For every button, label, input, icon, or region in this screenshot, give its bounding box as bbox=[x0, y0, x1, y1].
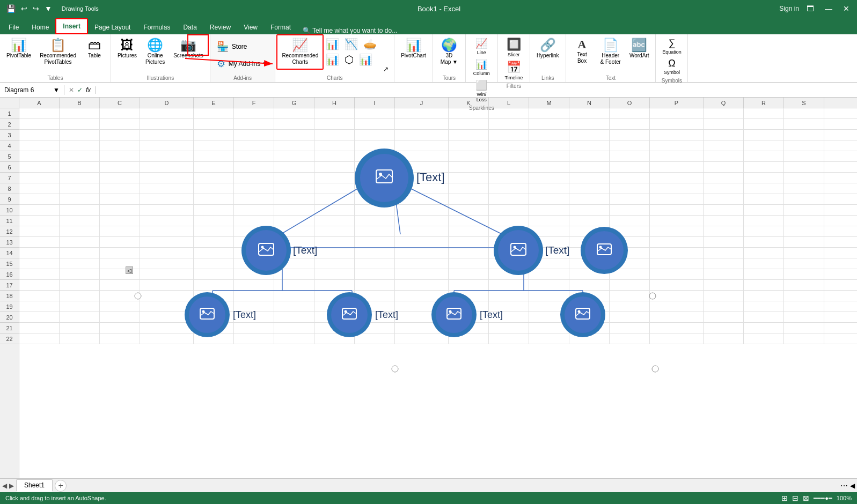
my-addins-button[interactable]: ⚙ My Add-ins ▼ bbox=[214, 56, 272, 71]
col-header-p[interactable]: P bbox=[650, 98, 704, 108]
col-header-r[interactable]: R bbox=[744, 98, 784, 108]
row-header-6[interactable]: 6 bbox=[0, 162, 19, 173]
col-header-q[interactable]: Q bbox=[704, 98, 744, 108]
line-chart-button[interactable]: 📉 bbox=[342, 36, 360, 51]
winloss-sparkline-button[interactable]: ⬜ Win/Loss bbox=[471, 78, 492, 105]
name-box[interactable]: Diagram 6 ▼ bbox=[0, 85, 64, 95]
row-header-13[interactable]: 13 bbox=[0, 237, 19, 248]
scroll-options-icon[interactable]: ⋯ bbox=[840, 481, 848, 490]
column-chart-button[interactable]: 📊 bbox=[324, 36, 341, 51]
cancel-formula-icon[interactable]: ✕ bbox=[69, 86, 74, 94]
scroll-sheets-right[interactable]: ▶ bbox=[9, 482, 14, 490]
row-header-3[interactable]: 3 bbox=[0, 130, 19, 140]
scroll-sheets-left[interactable]: ◀ bbox=[2, 482, 7, 490]
pictures-button[interactable]: 🖼 Pictures bbox=[114, 36, 140, 61]
scroll-left-icon[interactable]: ◀ bbox=[850, 482, 855, 490]
node-right1-inner[interactable] bbox=[585, 231, 624, 270]
col-header-o[interactable]: O bbox=[610, 98, 650, 108]
col-header-e[interactable]: E bbox=[194, 98, 234, 108]
col-header-l[interactable]: L bbox=[489, 98, 529, 108]
row-header-22[interactable]: 22 bbox=[0, 333, 19, 344]
confirm-formula-icon[interactable]: ✓ bbox=[77, 86, 83, 94]
restore-icon[interactable]: 🗖 bbox=[803, 3, 817, 14]
col-header-b[interactable]: B bbox=[60, 98, 100, 108]
screenshots-button[interactable]: 📷 Screenshots bbox=[170, 36, 207, 61]
row-header-16[interactable]: 16 bbox=[0, 269, 19, 280]
tab-data[interactable]: Data bbox=[177, 20, 203, 34]
scatter-chart-button[interactable]: ⬡ bbox=[342, 52, 356, 67]
row-header-4[interactable]: 4 bbox=[0, 140, 19, 151]
symbol-button[interactable]: Ω Symbol bbox=[660, 57, 684, 77]
col-header-s[interactable]: S bbox=[784, 98, 824, 108]
row-header-18[interactable]: 18 bbox=[0, 291, 19, 301]
slicer-button[interactable]: 🔲 Slicer bbox=[503, 36, 525, 59]
redo-icon[interactable]: ↪ bbox=[31, 3, 41, 14]
select-all-button[interactable] bbox=[0, 98, 19, 108]
tab-home[interactable]: Home bbox=[25, 20, 55, 34]
row-header-11[interactable]: 11 bbox=[0, 216, 19, 226]
col-header-m[interactable]: M bbox=[529, 98, 569, 108]
add-sheet-button[interactable]: + bbox=[55, 480, 67, 492]
online-pictures-button[interactable]: 🌐 OnlinePictures bbox=[142, 36, 168, 68]
pivotchart-button[interactable]: 📊 PivotChart bbox=[398, 36, 429, 61]
insert-function-icon[interactable]: fx bbox=[86, 86, 91, 94]
node-bot1-inner[interactable] bbox=[189, 297, 225, 333]
header-footer-button[interactable]: 📄 Header& Footer bbox=[597, 36, 624, 68]
tab-insert[interactable]: Insert bbox=[55, 18, 88, 34]
col-header-h[interactable]: H bbox=[314, 98, 355, 108]
row-header-14[interactable]: 14 bbox=[0, 248, 19, 258]
row-header-21[interactable]: 21 bbox=[0, 323, 19, 333]
diagram-collapse-handle[interactable]: ◁ bbox=[126, 266, 133, 274]
col-header-f[interactable]: F bbox=[234, 98, 274, 108]
tab-formulas[interactable]: Formulas bbox=[137, 20, 177, 34]
timeline-button[interactable]: 📅 Timeline bbox=[503, 60, 525, 82]
col-header-c[interactable]: C bbox=[100, 98, 140, 108]
col-header-g[interactable]: G bbox=[274, 98, 314, 108]
table-button[interactable]: 🗃 Table bbox=[82, 36, 107, 61]
name-box-dropdown-icon[interactable]: ▼ bbox=[53, 86, 60, 94]
tab-file[interactable]: File bbox=[2, 20, 25, 34]
row-header-9[interactable]: 9 bbox=[0, 194, 19, 205]
col-header-n[interactable]: N bbox=[569, 98, 610, 108]
node-bot4-inner[interactable] bbox=[565, 297, 601, 333]
col-header-a[interactable]: A bbox=[19, 98, 60, 108]
save-icon[interactable]: 💾 bbox=[4, 3, 18, 14]
row-header-2[interactable]: 2 bbox=[0, 119, 19, 130]
combo-chart-button[interactable]: 📊 bbox=[357, 52, 375, 67]
customize-qat-icon[interactable]: ▼ bbox=[42, 3, 54, 14]
row-header-12[interactable]: 12 bbox=[0, 226, 19, 237]
row-header-17[interactable]: 17 bbox=[0, 280, 19, 291]
minimize-icon[interactable]: — bbox=[822, 3, 836, 14]
recommended-charts-button[interactable]: 📈 RecommendedCharts bbox=[279, 36, 321, 68]
row-header-20[interactable]: 20 bbox=[0, 312, 19, 323]
charts-expand-button[interactable]: ↗ bbox=[381, 64, 391, 74]
column-sparkline-button[interactable]: 📊 Column bbox=[471, 57, 492, 78]
hyperlink-button[interactable]: 🔗 Hyperlink bbox=[533, 36, 562, 61]
node-bot3-inner[interactable] bbox=[436, 297, 472, 333]
store-button[interactable]: 🏪 Store bbox=[214, 39, 251, 54]
tab-page-layout[interactable]: Page Layout bbox=[88, 20, 137, 34]
row-header-7[interactable]: 7 bbox=[0, 173, 19, 183]
row-header-5[interactable]: 5 bbox=[0, 151, 19, 162]
row-header-19[interactable]: 19 bbox=[0, 301, 19, 312]
smartart-diagram[interactable]: [Text] [Text] bbox=[137, 135, 653, 371]
sheet-tab-sheet1[interactable]: Sheet1 bbox=[16, 479, 53, 492]
recommended-pivot-tables-button[interactable]: 📋 RecommendedPivotTables bbox=[36, 36, 79, 68]
normal-view-icon[interactable]: ⊞ bbox=[781, 494, 788, 502]
line-sparkline-button[interactable]: 📈 Line bbox=[471, 36, 492, 57]
row-header-15[interactable]: 15 bbox=[0, 258, 19, 269]
tab-view[interactable]: View bbox=[237, 20, 264, 34]
row-header-10[interactable]: 10 bbox=[0, 205, 19, 216]
selection-handle-left[interactable] bbox=[135, 293, 141, 299]
selection-handle-bottom[interactable] bbox=[392, 366, 398, 372]
col-header-j[interactable]: J bbox=[395, 98, 449, 108]
pivot-table-button[interactable]: 📊 PivotTable bbox=[3, 36, 34, 61]
selection-handle-bottom-right[interactable] bbox=[652, 366, 658, 372]
wordart-button[interactable]: 🔤 WordArt bbox=[626, 36, 653, 61]
bar-chart-button[interactable]: 📊 bbox=[324, 52, 341, 67]
page-break-view-icon[interactable]: ⊠ bbox=[803, 494, 809, 502]
selection-handle-right[interactable] bbox=[649, 293, 656, 299]
undo-icon[interactable]: ↩ bbox=[19, 3, 30, 14]
equation-button[interactable]: ∑ Equation bbox=[660, 36, 684, 56]
row-header-1[interactable]: 1 bbox=[0, 108, 19, 119]
